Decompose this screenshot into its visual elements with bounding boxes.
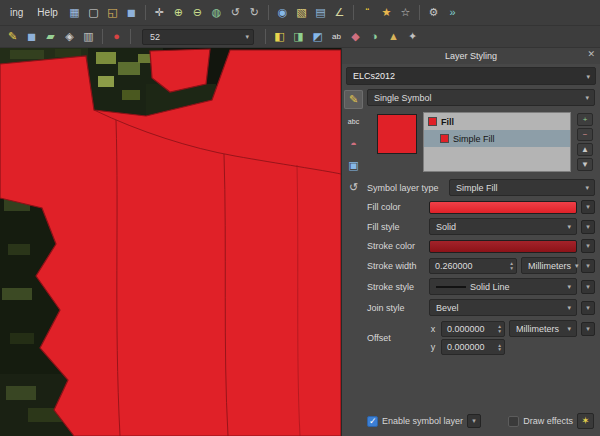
move-up-button[interactable]: ▲ [577,143,593,156]
enable-symbol-layer-checkbox[interactable] [367,416,378,427]
tab-masks[interactable]: ◓ [344,134,363,153]
vertex-diamond-icon[interactable]: ◈ [61,28,78,45]
fill-style-select[interactable]: Solid [429,218,577,235]
floppy-disk-icon[interactable]: ◼ [123,4,140,21]
symbol-layer-footer: Enable symbol layer Draw effects ✶ [367,410,595,432]
map-image [0,48,341,436]
tree-item-simple-fill-label: Simple Fill [453,134,495,144]
pencil-icon[interactable]: ✎ [4,28,21,45]
layer-styling-panel: Layer Styling ✕ ELCs2012 ✎abc◓▣↺ Single … [341,48,600,436]
join-style-override-button[interactable] [581,301,595,315]
polygon-icon[interactable]: ▰ [42,28,59,45]
half-square-right-icon[interactable]: ◨ [290,28,307,45]
tree-item-simple-fill[interactable]: Simple Fill [424,130,570,147]
symbol-layer-type-select[interactable]: Simple Fill [449,179,595,196]
chevron-down-icon [567,283,571,290]
measure-angle-icon[interactable]: ∠ [331,4,348,21]
panel-title-bar: Layer Styling ✕ [342,48,600,64]
fill-style-value: Solid [436,222,456,232]
toolbar-separator [268,5,269,20]
offset-y-label: y [429,342,437,352]
offset-x-spin[interactable]: 0.000000 [441,321,505,337]
chevron-down-icon [567,325,571,332]
offset-label: Offset [367,333,425,343]
close-icon[interactable]: ✕ [587,49,595,59]
triangle-icon[interactable]: ▲ [385,28,402,45]
save-edits-icon[interactable]: ◼ [23,28,40,45]
draw-effects-checkbox[interactable] [508,416,519,427]
stroke-width-spin[interactable]: 0.260000 [429,258,517,274]
star-outline-icon[interactable]: ☆ [397,4,414,21]
red-circle-icon[interactable]: ● [108,28,125,45]
spin-arrows-icon[interactable] [495,343,501,352]
clipboard-icon[interactable]: ▥ [80,28,97,45]
stroke-width-override-button[interactable] [581,259,595,273]
tab-3d-view[interactable]: ▣ [344,156,363,175]
layer-selector[interactable]: ELCs2012 [346,67,596,85]
identify-cursor-icon[interactable]: ◉ [274,4,291,21]
stroke-style-select[interactable]: Solid Line [429,278,577,295]
toolbar-value-combo[interactable]: 52 [142,29,254,45]
pan-cross-icon[interactable]: ✛ [151,4,168,21]
fill-style-override-button[interactable] [581,220,595,234]
offset-units-select[interactable]: Millimeters [509,320,577,337]
effects-star-button[interactable]: ✶ [577,413,594,429]
tab-symbology[interactable]: ✎ [344,90,363,109]
symbol-layer-tree: Fill Simple Fill [423,112,571,172]
map-canvas[interactable] [0,48,341,436]
diamond-icon[interactable]: ◆ [347,28,364,45]
menu-toolbar-row: ing Help ▦▢◱◼✛⊕⊖◍↺↻◉▧▤∠“★☆⚙» [0,0,600,26]
corner-square-icon[interactable]: ◩ [309,28,326,45]
spin-arrows-icon[interactable] [495,324,501,333]
remove-symbol-layer-button[interactable]: − [577,128,593,141]
menu-item-help[interactable]: Help [31,6,64,19]
star-icon[interactable]: ★ [378,4,395,21]
speech-bubble-icon[interactable]: “ [359,4,376,21]
symbol-preview[interactable] [377,114,417,154]
offset-override-button[interactable] [581,322,595,336]
toolbar-row-2-left: ✎◼▰◈▥● [4,28,134,45]
symbol-mode-select[interactable]: Single Symbol [367,89,595,106]
zoom-in-icon[interactable]: ⊕ [170,4,187,21]
blank-page-icon[interactable]: ▢ [85,4,102,21]
toolbar-value: 52 [150,32,160,42]
fill-color-override-button[interactable] [581,200,595,214]
move-down-button[interactable]: ▼ [577,158,593,171]
half-circle-icon[interactable]: ◑ [366,28,383,45]
add-symbol-layer-button[interactable]: + [577,113,593,126]
tab-labels[interactable]: abc [344,112,363,131]
fill-color-button[interactable] [429,201,577,214]
stroke-style-label: Stroke style [367,282,425,292]
forward-arrow-icon[interactable]: ↻ [246,4,263,21]
spin-arrows-icon[interactable] [507,261,513,270]
stroke-style-value: Solid Line [470,282,510,292]
hatched-square-icon[interactable]: ▧ [293,4,310,21]
zoom-out-icon[interactable]: ⊖ [189,4,206,21]
menu-item-partial[interactable]: ing [4,6,29,19]
tree-item-fill[interactable]: Fill [424,113,570,130]
offset-controls: x 0.000000 Millimeters y [429,320,595,355]
stroke-color-override-button[interactable] [581,239,595,253]
half-square-left-icon[interactable]: ◧ [271,28,288,45]
attribute-table-icon[interactable]: ▤ [312,4,329,21]
tab-history[interactable]: ↺ [344,178,363,197]
chevron-down-icon [567,304,571,311]
folder-icon[interactable]: ◱ [104,4,121,21]
gear-icon[interactable]: ⚙ [425,4,442,21]
fill-style-label: Fill style [367,222,425,232]
enable-layer-override-button[interactable] [467,414,481,428]
four-point-star-icon[interactable]: ✦ [404,28,421,45]
ab-letters-icon[interactable]: ab [328,28,345,45]
styling-tab-strip: ✎abc◓▣↺ [342,87,365,436]
grid-icon[interactable]: ▦ [66,4,83,21]
chevron-down-icon [245,33,249,40]
back-arrow-icon[interactable]: ↺ [227,4,244,21]
stroke-color-button[interactable] [429,240,577,253]
stroke-style-override-button[interactable] [581,280,595,294]
globe-icon[interactable]: ◍ [208,4,225,21]
stroke-width-units-select[interactable]: Millimeters [521,257,577,274]
stroke-width-value: 0.260000 [435,261,473,271]
offset-y-spin[interactable]: 0.000000 [441,339,505,355]
double-chevron-icon[interactable]: » [444,4,461,21]
join-style-select[interactable]: Bevel [429,299,577,316]
